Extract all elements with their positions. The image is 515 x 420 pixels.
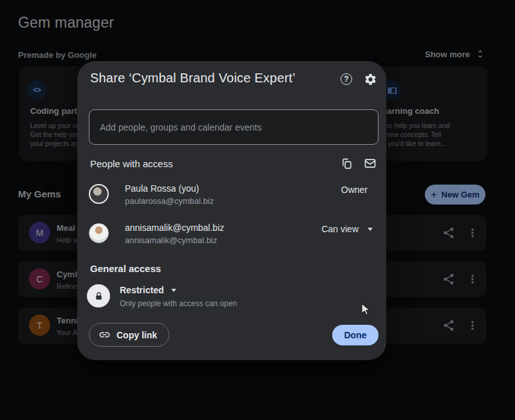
role-label: Owner	[341, 185, 368, 195]
role-dropdown[interactable]: Can view	[321, 224, 373, 234]
restricted-mode-label: Restricted	[120, 285, 164, 295]
done-label: Done	[344, 330, 367, 340]
restricted-description: Only people with access can open	[120, 299, 237, 308]
help-button[interactable]: ?	[339, 72, 353, 86]
lock-icon	[87, 284, 110, 307]
help-icon: ?	[341, 73, 352, 85]
person-email: annisamalik@cymbal.biz	[125, 235, 217, 245]
avatar	[89, 184, 109, 204]
copy-link-button[interactable]: Copy link	[89, 323, 169, 347]
share-dialog: Share ‘Cymbal Brand Voice Expert’ ? Peop…	[77, 61, 386, 360]
gear-icon	[364, 73, 377, 86]
add-people-input[interactable]	[89, 109, 379, 145]
role-label: Can view	[321, 224, 359, 234]
dialog-title: Share ‘Cymbal Brand Voice Expert’	[90, 71, 295, 86]
person-row-paula: Paula Rossa (you) paularossa@cymbal.biz …	[89, 182, 375, 213]
chevron-down-icon	[368, 228, 373, 231]
people-with-access-heading: People with access	[90, 158, 173, 169]
copy-list-button[interactable]	[339, 156, 353, 170]
mouse-cursor	[361, 303, 372, 316]
copy-icon	[341, 158, 353, 170]
done-button[interactable]: Done	[332, 325, 379, 345]
restricted-dropdown[interactable]: Restricted	[120, 285, 176, 295]
link-icon	[98, 329, 111, 341]
person-name: Paula Rossa (you)	[125, 183, 199, 194]
settings-button[interactable]	[363, 72, 377, 86]
person-name: annisamalik@cymbal.biz	[125, 223, 224, 233]
chevron-down-icon	[171, 289, 176, 292]
general-access-heading: General access	[90, 263, 161, 274]
email-people-button[interactable]	[363, 156, 377, 170]
mail-icon	[364, 157, 377, 170]
avatar	[89, 223, 109, 243]
copy-link-label: Copy link	[117, 330, 157, 340]
person-row-annisa: annisamalik@cymbal.biz annisamalik@cymba…	[89, 221, 375, 252]
person-email: paularossa@cymbal.biz	[125, 196, 214, 206]
